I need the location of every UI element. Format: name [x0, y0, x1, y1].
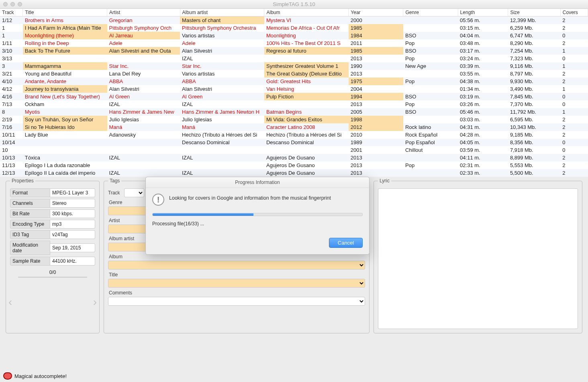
art-prev-icon[interactable]: ‹ — [8, 296, 12, 308]
cell-size: 8,290 Mb. — [508, 39, 560, 47]
cell-artist — [107, 55, 180, 62]
cell-year: 1990 — [349, 62, 403, 70]
property-value: 300 kbps. — [50, 209, 95, 218]
column-header[interactable]: Year — [349, 9, 403, 16]
cell-albumartist: Alan Silvestri — [180, 47, 264, 55]
cell-year: 1985 — [349, 24, 403, 32]
cell-title — [23, 139, 107, 146]
cell-length: 03:48 m. — [458, 39, 508, 47]
cell-albumartist: IZAL — [180, 154, 264, 161]
table-row[interactable]: 3/13IZAL2013Pop03:24 m.7,323 Mb.0 — [0, 55, 588, 62]
cell-year: 2013 — [349, 70, 403, 78]
cell-title: Lady Blue — [23, 131, 107, 139]
cell-length: 04:28 m. — [458, 131, 508, 139]
cell-year: 2010 — [349, 131, 403, 139]
property-value: v24Tag — [50, 230, 95, 239]
cell-year: 2013 — [349, 161, 403, 169]
cell-year: 1994 — [349, 93, 403, 100]
property-row: Sample Rate44100 kHz. — [10, 257, 95, 266]
cell-covers: 2 — [560, 116, 588, 123]
dialog-message: Looking for covers in Google and informa… — [169, 194, 331, 201]
cell-size: 12,399 Mb. — [508, 16, 560, 25]
column-header[interactable]: Album artist — [180, 9, 264, 16]
cell-size: 8,899 Mb. — [508, 154, 560, 161]
table-row[interactable]: 10/13TóxicaIZALIZALAgujeros De Gusano201… — [0, 154, 588, 161]
table-row[interactable]: 1/11Rolling in the DeepAdeleAdele100% Hi… — [0, 39, 588, 47]
table-row[interactable]: 3/21Young and BeautifulLana Del ReyVario… — [0, 70, 588, 78]
title-select[interactable] — [108, 279, 365, 288]
cell-artist: Al Green — [107, 93, 180, 100]
table-row[interactable]: 7/16Si no Te Hubieras IdoManáManáCaracte… — [0, 123, 588, 131]
cell-album: Regreso al futuro — [264, 47, 349, 55]
cell-title: Brothers in Arms — [23, 16, 107, 25]
cell-genre — [403, 70, 458, 78]
column-header[interactable]: Artist — [107, 9, 180, 16]
cell-title: Young and Beautiful — [23, 70, 107, 78]
track-num-select[interactable] — [124, 188, 144, 197]
table-row[interactable]: 4/16Brand New (Let's Stay Together)Al Gr… — [0, 93, 588, 100]
table-row[interactable]: 1I Had A Farm In Africa (Main TitlePitts… — [0, 24, 588, 32]
lyric-box[interactable] — [378, 188, 578, 329]
property-value: Stereo — [50, 199, 95, 208]
column-header[interactable]: Covers — [560, 9, 588, 16]
cell-albumartist: Pittsburgh Symphony Orchestra — [180, 24, 264, 32]
cell-covers: 2 — [560, 154, 588, 161]
cell-artist: Hans Zimmer & James New — [107, 108, 180, 116]
cell-genre: BSO — [403, 93, 458, 100]
table-row[interactable]: 2/19Soy un Truhán, Soy un SeñorJulio Igl… — [0, 116, 588, 123]
art-count: 0/0 — [10, 270, 95, 275]
cell-albumartist: Descanso Dominical — [180, 139, 264, 146]
table-row[interactable]: 4/10Andante, AndanteABBAABBAGold: Greate… — [0, 78, 588, 85]
cell-size: 8,356 Mb. — [508, 139, 560, 146]
column-header[interactable]: Title — [23, 9, 107, 16]
cell-title: Journey to transylvania — [23, 85, 107, 93]
cell-length: 03:55 m. — [458, 70, 508, 78]
properties-panel: Properties FormatMPEG-1 Layer 3ChannelsS… — [6, 181, 100, 333]
cell-genre: Pop Español — [403, 139, 458, 146]
cell-track: 10/13 — [0, 154, 23, 161]
cell-size: 9,185 Mb. — [508, 131, 560, 139]
cell-genre — [403, 16, 458, 25]
table-row[interactable]: 102001Chillout03:59 m.7,918 Mb.0 — [0, 146, 588, 154]
property-row: FormatMPEG-1 Layer 3 — [10, 188, 95, 197]
cell-size: 9,930 Mb. — [508, 78, 560, 85]
cell-track: 3/13 — [0, 55, 23, 62]
track-table[interactable]: TrackTitleArtistAlbum artistAlbumYearGen… — [0, 9, 588, 177]
table-row[interactable]: 10/14Descanso DominicalDescanso Dominica… — [0, 139, 588, 146]
table-row[interactable]: 8MyotisHans Zimmer & James NewHans Zimme… — [0, 108, 588, 116]
table-row[interactable]: 1Moonlighting (theme)Al JarreauVarios ar… — [0, 32, 588, 39]
cell-genre: Rock Español — [403, 131, 458, 139]
cell-track: 4/10 — [0, 78, 23, 85]
cell-title: Back To The Future — [23, 47, 107, 55]
property-value: MPEG-1 Layer 3 — [50, 188, 95, 197]
column-header[interactable]: Length — [458, 9, 508, 16]
table-row[interactable]: 3MammagammaStar Inc.Star Inc.Synthesizer… — [0, 62, 588, 70]
cell-covers: 2 — [560, 70, 588, 78]
property-row: Modification dateSep 19, 2015 — [10, 241, 95, 255]
column-header[interactable]: Size — [508, 9, 560, 16]
cell-covers: 0 — [560, 146, 588, 154]
table-row[interactable]: 1/12Brothers in ArmsGregorianMasters of … — [0, 16, 588, 25]
cell-album — [264, 55, 349, 62]
cell-album: Agujeros De Gusano — [264, 154, 349, 161]
cell-length: 02:31 m. — [458, 161, 508, 169]
cell-size: 3,490 Mb. — [508, 85, 560, 93]
table-row[interactable]: 7/13OckhamIZALIZAL2013Pop03:26 m.7,370 M… — [0, 100, 588, 108]
footer: Magical autocomplete! — [3, 372, 67, 380]
column-header[interactable]: Track — [0, 9, 23, 16]
album-select[interactable] — [108, 261, 365, 270]
table-row[interactable]: 10/11Lady BlueAdanowskyHechizo (Tributo … — [0, 131, 588, 139]
art-next-icon[interactable]: › — [93, 296, 97, 308]
cell-genre: BSO — [403, 108, 458, 116]
table-row[interactable]: 4/12Journey to transylvaniaAlan Silvestr… — [0, 85, 588, 93]
cancel-button[interactable]: Cancel — [329, 238, 363, 248]
cell-covers: 2 — [560, 24, 588, 32]
table-row[interactable]: 11/13Epílogo I La duda razonableAgujeros… — [0, 161, 588, 169]
cell-title: Epílogo II La caída del imperio — [23, 169, 107, 177]
column-header[interactable]: Album — [264, 9, 349, 16]
table-row[interactable]: 12/13Epílogo II La caída del imperioIZAL… — [0, 169, 588, 177]
comments-select[interactable] — [108, 297, 365, 306]
cell-length: 03:17 m. — [458, 47, 508, 55]
table-row[interactable]: 3/10Back To The FutureAlan Silvestri and… — [0, 47, 588, 55]
column-header[interactable]: Genre — [403, 9, 458, 16]
